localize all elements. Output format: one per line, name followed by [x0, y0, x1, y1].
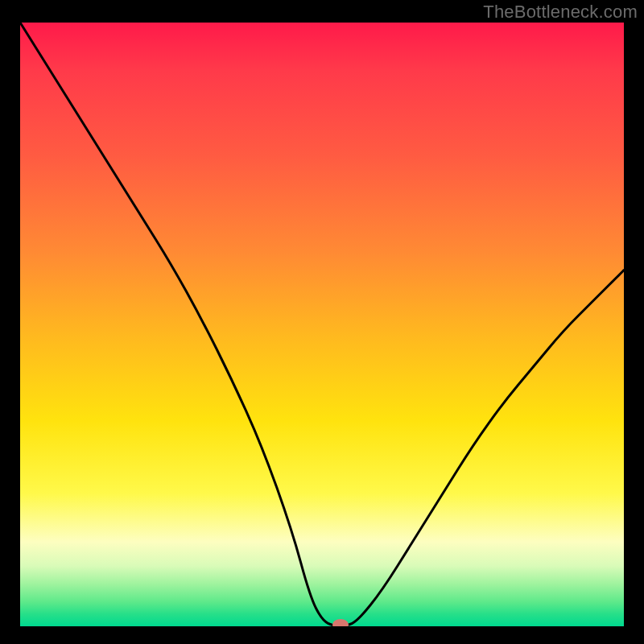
chart-frame: TheBottleneck.com	[0, 0, 644, 644]
plot-area	[20, 23, 624, 626]
bottleneck-curve	[20, 23, 624, 626]
optimum-marker	[332, 619, 349, 626]
watermark-text: TheBottleneck.com	[483, 2, 638, 23]
